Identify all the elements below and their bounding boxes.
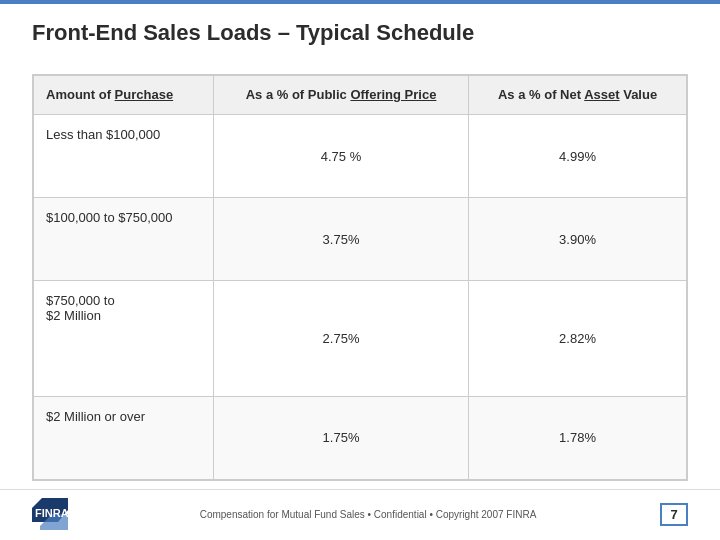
col-header-amount-underline: Purchase	[115, 87, 174, 102]
public-offering-cell-2: 3.75%	[213, 198, 468, 281]
public-offering-cell-3: 2.75%	[213, 281, 468, 397]
nav-cell-1: 4.99%	[469, 115, 687, 198]
page-number: 7	[660, 503, 688, 526]
sales-loads-table: Amount of Purchase As a % of Public Offe…	[33, 75, 687, 480]
nav-cell-3: 2.82%	[469, 281, 687, 397]
table-row: $2 Million or over 1.75% 1.78%	[34, 396, 687, 479]
footer: FINRA Compensation for Mutual Fund Sales…	[0, 489, 720, 540]
table-row: $100,000 to $750,000 3.75% 3.90%	[34, 198, 687, 281]
nav-cell-2: 3.90%	[469, 198, 687, 281]
amount-cell-2: $100,000 to $750,000	[34, 198, 214, 281]
col-header-amount: Amount of Purchase	[34, 76, 214, 115]
col-header-asset-underline: Asset	[584, 87, 619, 102]
content-area: Amount of Purchase As a % of Public Offe…	[0, 58, 720, 489]
nav-cell-4: 1.78%	[469, 396, 687, 479]
col-header-nav: As a % of Net Asset Value	[469, 76, 687, 115]
col-header-offering-underline: Offering Price	[350, 87, 436, 102]
public-offering-cell-4: 1.75%	[213, 396, 468, 479]
amount-cell-4: $2 Million or over	[34, 396, 214, 479]
table-row: $750,000 to$2 Million 2.75% 2.82%	[34, 281, 687, 397]
footer-copyright: Compensation for Mutual Fund Sales • Con…	[76, 509, 660, 520]
amount-cell-3: $750,000 to$2 Million	[34, 281, 214, 397]
col-header-public-offering: As a % of Public Offering Price	[213, 76, 468, 115]
page-title: Front-End Sales Loads – Typical Schedule	[32, 20, 688, 46]
table-header-row: Amount of Purchase As a % of Public Offe…	[34, 76, 687, 115]
slide: Front-End Sales Loads – Typical Schedule…	[0, 0, 720, 540]
finra-logo-icon: FINRA	[32, 498, 76, 530]
public-offering-cell-1: 4.75 %	[213, 115, 468, 198]
table-container: Amount of Purchase As a % of Public Offe…	[32, 74, 688, 481]
finra-logo: FINRA	[32, 498, 76, 530]
table-row: Less than $100,000 4.75 % 4.99%	[34, 115, 687, 198]
header: Front-End Sales Loads – Typical Schedule	[0, 0, 720, 58]
svg-text:FINRA: FINRA	[35, 507, 69, 519]
amount-cell-1: Less than $100,000	[34, 115, 214, 198]
